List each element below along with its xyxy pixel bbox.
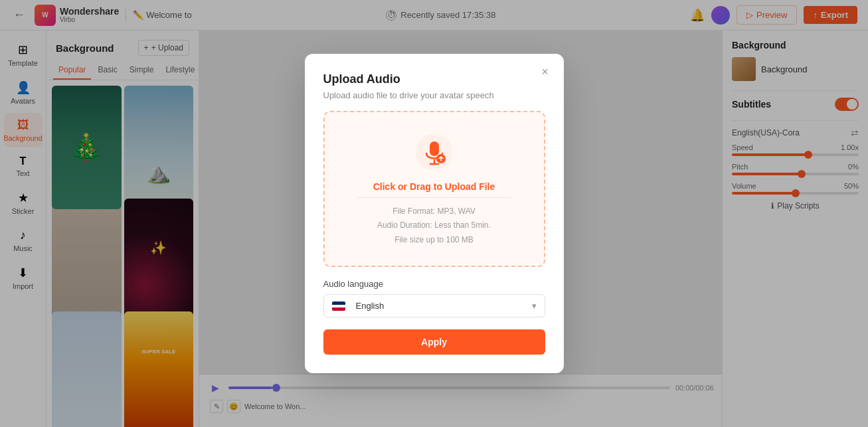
modal-subtitle: Upload audio file to drive your avatar s… bbox=[323, 90, 545, 100]
upload-mic-icon bbox=[413, 131, 456, 173]
language-select[interactable]: English ▾ bbox=[323, 294, 545, 317]
modal-close-button[interactable]: × bbox=[536, 63, 555, 82]
upload-info: File Format: MP3, WAV Audio Duration: Le… bbox=[377, 205, 491, 248]
svg-rect-1 bbox=[430, 141, 439, 156]
apply-button[interactable]: Apply bbox=[323, 329, 545, 355]
upload-link[interactable]: Click or Drag to Upload File bbox=[373, 181, 495, 192]
lang-label: Audio language bbox=[323, 279, 545, 289]
modal-overlay[interactable]: × Upload Audio Upload audio file to driv… bbox=[0, 0, 868, 427]
modal-title: Upload Audio bbox=[323, 72, 545, 86]
upload-divider bbox=[357, 197, 511, 198]
chevron-down-icon: ▾ bbox=[532, 301, 537, 311]
upload-drop-zone[interactable]: Click or Drag to Upload File File Format… bbox=[323, 111, 545, 268]
lang-value: English bbox=[356, 301, 385, 311]
upload-audio-modal: × Upload Audio Upload audio file to driv… bbox=[305, 54, 564, 374]
flag-icon bbox=[332, 301, 345, 311]
